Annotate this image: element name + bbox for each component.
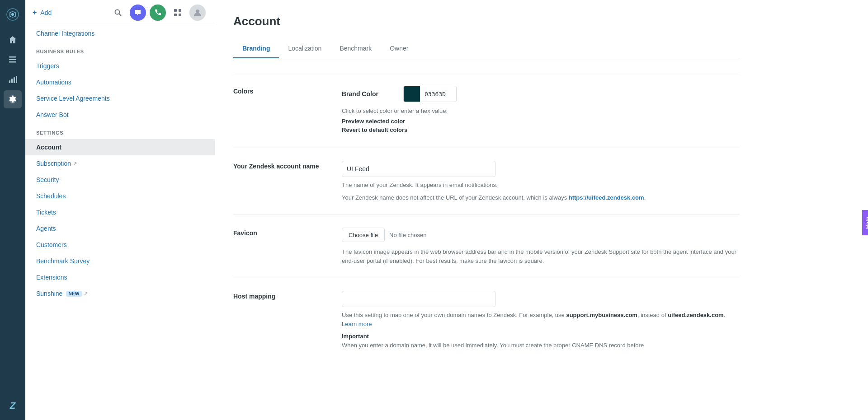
revert-color-link[interactable]: Revert to default colors	[342, 126, 740, 133]
learn-more-link[interactable]: Learn more	[342, 321, 372, 327]
home-rail-icon[interactable]	[4, 31, 22, 49]
choose-file-button[interactable]: Choose file	[342, 228, 385, 242]
account-name-label: Your Zendesk account name	[233, 161, 324, 202]
account-name-input[interactable]	[342, 161, 495, 177]
search-top-icon[interactable]	[110, 5, 126, 21]
sidebar-item-agents[interactable]: Agents	[25, 220, 215, 237]
top-bar-actions	[110, 5, 206, 21]
no-file-text: No file chosen	[389, 232, 426, 238]
host-mapping-input[interactable]	[342, 291, 495, 307]
colors-section-content: Brand Color 03363D Click to select color…	[342, 86, 740, 135]
add-label: Add	[40, 9, 52, 16]
subscription-label: Subscription	[36, 160, 71, 167]
tab-branding[interactable]: Branding	[233, 39, 279, 58]
tab-localization[interactable]: Localization	[279, 39, 330, 58]
sidebar-item-automations[interactable]: Automations	[25, 74, 215, 90]
reports-rail-icon[interactable]	[4, 70, 22, 89]
sidebar-item-benchmark-survey[interactable]: Benchmark Survey	[25, 253, 215, 269]
add-button[interactable]: + Add	[33, 9, 52, 17]
svg-rect-7	[14, 77, 15, 83]
sidebar-item-account[interactable]: Account	[25, 139, 215, 155]
channel-integrations-link[interactable]: Channel Integrations	[25, 25, 215, 42]
svg-point-1	[11, 13, 14, 16]
settings-rail-icon[interactable]	[4, 90, 22, 108]
svg-line-10	[119, 14, 122, 16]
favicon-content: Choose file No file chosen The favicon i…	[342, 228, 740, 265]
subscription-external-icon: ↗	[73, 161, 77, 167]
svg-rect-2	[9, 56, 16, 58]
settings-header: SETTINGS	[25, 123, 215, 139]
page-title: Account	[233, 14, 740, 28]
svg-rect-5	[9, 80, 10, 83]
top-bar: + Add	[25, 0, 215, 25]
brand-color-row: Brand Color 03363D	[342, 86, 740, 102]
favicon-section: Favicon Choose file No file chosen The f…	[233, 215, 740, 278]
main-content: Account Branding Localization Benchmark …	[215, 0, 868, 420]
sunshine-external-icon: ↗	[84, 291, 88, 297]
account-name-section: Your Zendesk account name The name of yo…	[233, 148, 740, 215]
sidebar-item-tickets[interactable]: Tickets	[25, 204, 215, 220]
sidebar-item-answer-bot[interactable]: Answer Bot	[25, 107, 215, 123]
zendesk-url-link[interactable]: https://uifeed.zendesk.com	[569, 194, 644, 201]
svg-rect-11	[174, 9, 177, 12]
sidebar-item-schedules[interactable]: Schedules	[25, 188, 215, 204]
account-name-helper1: The name of your Zendesk. It appears in …	[342, 181, 740, 190]
host-mapping-label: Host mapping	[233, 291, 324, 350]
host-mapping-content: Use this setting to map one of your own …	[342, 291, 740, 350]
svg-rect-3	[9, 59, 16, 61]
icon-rail: Z	[0, 0, 25, 420]
color-helper-text: Click to select color or enter a hex val…	[342, 107, 740, 114]
plus-icon: +	[33, 9, 37, 17]
colors-section-label: Colors	[233, 86, 324, 135]
sidebar-item-sla[interactable]: Service Level Agreements	[25, 90, 215, 107]
tab-benchmark[interactable]: Benchmark	[330, 39, 381, 58]
user-avatar[interactable]	[189, 5, 206, 21]
sidebar-item-triggers[interactable]: Triggers	[25, 58, 215, 74]
favicon-helper-text: The favicon image appears in the web bro…	[342, 247, 740, 265]
colors-section: Colors Brand Color 03363D Click to selec…	[233, 73, 740, 148]
sidebar-item-security[interactable]: Security	[25, 172, 215, 188]
sunshine-label: Sunshine	[36, 290, 62, 297]
sunshine-new-badge: NEW	[66, 291, 82, 297]
views-rail-icon[interactable]	[4, 51, 22, 69]
zendesk-logo-rail[interactable]: Z	[4, 397, 22, 415]
color-hex-display: 03363D	[420, 91, 456, 98]
brand-color-input[interactable]: 03363D	[403, 86, 457, 102]
app-logo	[4, 5, 22, 23]
sidebar: + Add	[25, 0, 215, 420]
page-tabs: Branding Localization Benchmark Owner	[233, 39, 740, 58]
preview-color-link[interactable]: Preview selected color	[342, 118, 740, 125]
svg-rect-6	[11, 79, 13, 83]
tab-owner[interactable]: Owner	[381, 39, 417, 58]
host-mapping-helper: Use this setting to map one of your own …	[342, 311, 740, 328]
favicon-label: Favicon	[233, 228, 324, 265]
sidebar-item-sunshine[interactable]: Sunshine NEW ↗	[25, 285, 215, 302]
svg-rect-8	[16, 76, 17, 83]
svg-rect-14	[179, 14, 181, 16]
sidebar-item-customers[interactable]: Customers	[25, 237, 215, 253]
help-button[interactable]: Help	[862, 210, 868, 235]
color-swatch	[404, 86, 420, 102]
sidebar-item-subscription[interactable]: Subscription ↗	[25, 155, 215, 172]
file-input-row: Choose file No file chosen	[342, 228, 740, 242]
apps-top-icon[interactable]	[170, 5, 186, 21]
svg-point-15	[196, 9, 199, 13]
account-name-content: The name of your Zendesk. It appears in …	[342, 161, 740, 202]
host-mapping-important: Important When you enter a domain name, …	[342, 332, 740, 350]
phone-top-icon[interactable]	[150, 5, 166, 21]
account-name-helper2: Your Zendesk name does not affect the UR…	[342, 193, 740, 202]
svg-point-9	[115, 9, 120, 14]
host-mapping-section: Host mapping Use this setting to map one…	[233, 278, 740, 362]
brand-color-label: Brand Color	[342, 90, 396, 98]
svg-rect-13	[174, 14, 177, 16]
svg-rect-4	[9, 61, 16, 63]
sidebar-item-extensions[interactable]: Extensions	[25, 269, 215, 285]
business-rules-header: BUSINESS RULES	[25, 42, 215, 58]
chat-top-icon[interactable]	[130, 5, 146, 21]
svg-rect-12	[179, 9, 181, 12]
